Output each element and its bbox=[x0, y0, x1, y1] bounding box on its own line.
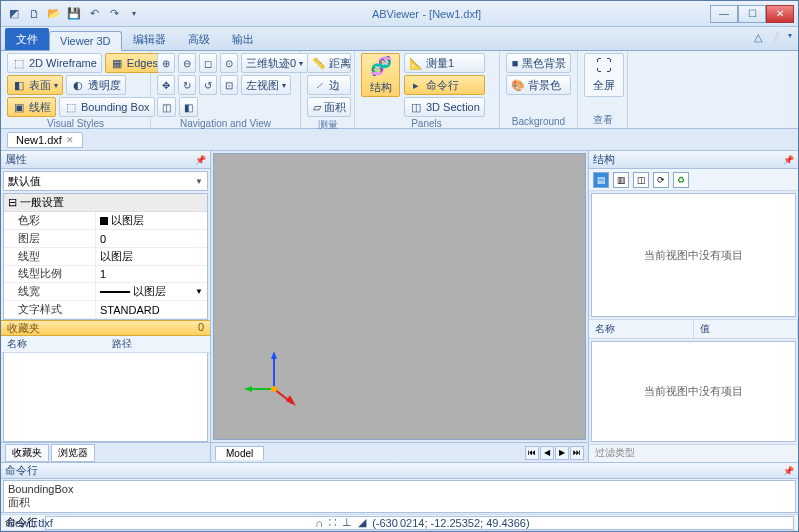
cmdline-button[interactable]: ▸命令行 bbox=[404, 75, 485, 95]
pin-icon[interactable]: 📌 bbox=[195, 155, 206, 165]
scroll-next-icon[interactable]: ▶ bbox=[555, 446, 569, 460]
pin-icon[interactable]: 📌 bbox=[783, 466, 794, 476]
open-icon[interactable]: 📂 bbox=[45, 5, 63, 23]
left-tabs: 收藏夹 浏览器 bbox=[1, 442, 210, 462]
tab-output[interactable]: 输出 bbox=[221, 28, 265, 50]
filter-row[interactable]: 过滤类型 bbox=[589, 444, 798, 462]
status-icon[interactable]: ⸬ bbox=[329, 516, 336, 529]
tab-favorites[interactable]: 收藏夹 bbox=[5, 444, 49, 462]
scroll-last-icon[interactable]: ⏭ bbox=[570, 446, 584, 460]
tab-editor[interactable]: 编辑器 bbox=[122, 28, 177, 50]
leftview-button[interactable]: 左视图▾ bbox=[241, 75, 291, 95]
status-icon[interactable]: ∩ bbox=[315, 517, 323, 529]
tab-browser[interactable]: 浏览器 bbox=[51, 444, 95, 462]
redo-icon[interactable]: ↷ bbox=[105, 5, 123, 23]
nav-btn1[interactable]: ⊕ bbox=[157, 53, 175, 73]
maximize-button[interactable]: ☐ bbox=[738, 5, 766, 23]
favorites-body bbox=[3, 353, 208, 442]
edge-icon: ⟋ bbox=[312, 78, 326, 92]
col-path[interactable]: 路径 bbox=[106, 336, 211, 352]
close-tab-icon[interactable]: ✕ bbox=[66, 135, 74, 145]
struct-btn1[interactable]: ▤ bbox=[593, 172, 609, 188]
app-menu-icon[interactable]: ◩ bbox=[5, 5, 23, 23]
prop-row-lineweight[interactable]: 线宽以图层▼ bbox=[4, 283, 207, 301]
fullscreen-button[interactable]: ⛶全屏 bbox=[584, 53, 624, 97]
structure-toolbar: ▤ ▥ ◫ ⟳ ♻ bbox=[589, 169, 798, 191]
properties-header: 属性 📌 bbox=[1, 151, 210, 169]
bbox-button[interactable]: ⬚Bounding Box bbox=[59, 97, 155, 117]
empty-message: 当前视图中没有项目 bbox=[644, 384, 743, 399]
nav-btn6[interactable]: ↻ bbox=[178, 75, 196, 95]
fullscreen-icon: ⛶ bbox=[596, 57, 612, 75]
canvas-tabs: Model ⏮ ◀ ▶ ⏭ bbox=[211, 442, 588, 462]
struct-btn5[interactable]: ♻ bbox=[673, 172, 689, 188]
status-icon[interactable]: ◢ bbox=[358, 516, 366, 529]
favorites-header[interactable]: 收藏夹0 bbox=[1, 320, 210, 336]
nav-btn5[interactable]: ✥ bbox=[157, 75, 175, 95]
prop-category[interactable]: ⊟ 一般设置 bbox=[4, 194, 207, 212]
struct-btn4[interactable]: ⟳ bbox=[653, 172, 669, 188]
doc-tab[interactable]: New1.dxf ✕ bbox=[7, 132, 83, 148]
prop-row-color[interactable]: 色彩以图层 bbox=[4, 212, 207, 230]
struct-btn2[interactable]: ▥ bbox=[613, 172, 629, 188]
surface-button[interactable]: ◧表面▾ bbox=[7, 75, 63, 95]
col-name[interactable]: 名称 bbox=[1, 336, 106, 352]
prop-row-linetype[interactable]: 线型以图层 bbox=[4, 248, 207, 266]
prop-row-layer[interactable]: 图层0 bbox=[4, 230, 207, 248]
area-button[interactable]: ▱面积 bbox=[307, 97, 351, 117]
track3d-button[interactable]: 三维轨迹0▾ bbox=[241, 53, 308, 73]
nav-btn8[interactable]: ⊡ bbox=[220, 75, 238, 95]
save-icon[interactable]: 💾 bbox=[65, 5, 83, 23]
document-tabs: New1.dxf ✕ bbox=[1, 129, 798, 151]
transparency-button[interactable]: ◐透明度 bbox=[66, 75, 126, 95]
tab-advanced[interactable]: 高级 bbox=[177, 28, 221, 50]
ribbon: ⬚2D Wireframe ▦Edges ◧表面▾ ◐透明度 ▣线框 ⬚Boun… bbox=[1, 51, 798, 129]
struct-btn3[interactable]: ◫ bbox=[633, 172, 649, 188]
pin-icon[interactable]: 📌 bbox=[783, 155, 794, 165]
qat-dropdown-icon[interactable]: ▾ bbox=[125, 5, 143, 23]
measure1-button[interactable]: 📐测量1 bbox=[404, 53, 485, 73]
measure1-icon: 📐 bbox=[409, 56, 423, 70]
new-icon[interactable]: 🗋 bbox=[25, 5, 43, 23]
edges-icon: ▦ bbox=[110, 56, 124, 70]
help-icon[interactable]: ❔ bbox=[768, 31, 782, 44]
tab-viewer3d[interactable]: Viewer 3D bbox=[49, 31, 122, 51]
prop-row-ltscale[interactable]: 线型比例1 bbox=[4, 266, 207, 283]
group-view: 查看 bbox=[584, 112, 621, 128]
section-button[interactable]: ◫3D Section bbox=[404, 97, 485, 117]
nav-btn2[interactable]: ⊖ bbox=[178, 53, 196, 73]
area-icon: ▱ bbox=[312, 100, 321, 114]
close-button[interactable]: ✕ bbox=[766, 5, 794, 23]
scroll-prev-icon[interactable]: ◀ bbox=[540, 446, 554, 460]
tab-file[interactable]: 文件 bbox=[5, 28, 49, 50]
nav-btn7[interactable]: ↺ bbox=[199, 75, 217, 95]
tab-model[interactable]: Model bbox=[215, 446, 264, 460]
svg-point-6 bbox=[271, 386, 277, 392]
nav-btn4[interactable]: ⊙ bbox=[220, 53, 238, 73]
canvas-3d[interactable] bbox=[213, 153, 586, 440]
struct-big-button[interactable]: 🧬结构 bbox=[361, 53, 400, 97]
scroll-first-icon[interactable]: ⏮ bbox=[525, 446, 539, 460]
blackbg-button[interactable]: ■黑色背景 bbox=[506, 53, 571, 73]
bgcolor-button[interactable]: 🎨背景色 bbox=[506, 75, 571, 95]
wireframe-button[interactable]: ⬚2D Wireframe bbox=[7, 53, 102, 73]
distance-button[interactable]: 📏距离 bbox=[307, 53, 351, 73]
left-panel: 属性 📌 默认值 ▼ ⊟ 一般设置 色彩以图层 图层0 线型以图层 线型比例1 … bbox=[1, 151, 211, 462]
wirebox-button[interactable]: ▣线框 bbox=[7, 97, 56, 117]
nav-btn3[interactable]: ◻ bbox=[199, 53, 217, 73]
undo-icon[interactable]: ↶ bbox=[85, 5, 103, 23]
prop-row-textstyle[interactable]: 文字样式STANDARD bbox=[4, 301, 207, 319]
group-visual-styles: Visual Styles bbox=[7, 117, 144, 130]
property-grid: ⊟ 一般设置 色彩以图层 图层0 线型以图层 线型比例1 线宽以图层▼ 文字样式… bbox=[3, 193, 208, 320]
nav-btn10[interactable]: ◧ bbox=[179, 97, 198, 117]
default-combo[interactable]: 默认值 ▼ bbox=[3, 171, 208, 191]
nav-btn9[interactable]: ◫ bbox=[157, 97, 176, 117]
col-name[interactable]: 名称 bbox=[589, 320, 694, 338]
edge-button[interactable]: ⟋边 bbox=[307, 75, 351, 95]
ribbon-minimize-icon[interactable]: △ bbox=[754, 31, 762, 44]
structure-header: 结构 📌 bbox=[589, 151, 798, 169]
col-value[interactable]: 值 bbox=[694, 320, 799, 338]
structure-title: 结构 bbox=[593, 152, 615, 167]
status-icon[interactable]: ⊥ bbox=[342, 516, 352, 529]
minimize-button[interactable]: — bbox=[710, 5, 738, 23]
